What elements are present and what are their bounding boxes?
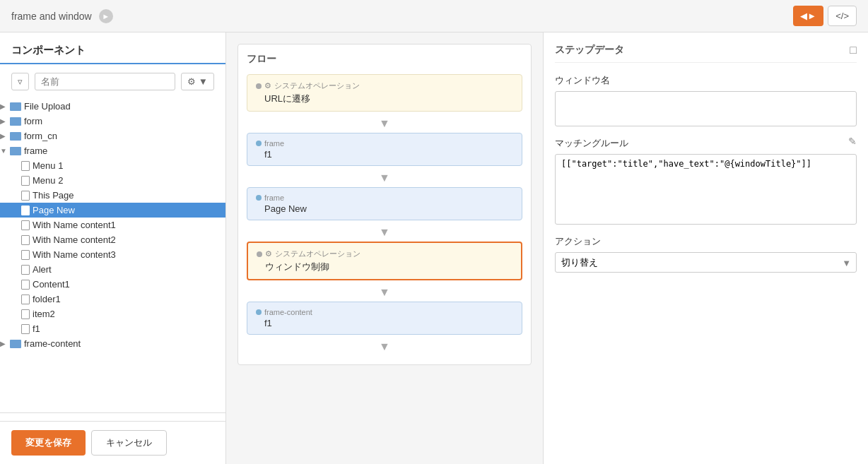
folder-icon	[10, 117, 21, 126]
tree-item-with-name-content1[interactable]: With Name content1	[0, 218, 225, 232]
navigate-icon[interactable]: ►	[99, 9, 113, 23]
flow-item-system-op-2[interactable]: ⚙ システムオペレーション ウィンドウ制御	[247, 242, 522, 280]
file-icon	[21, 265, 30, 275]
tree-label: Page New	[33, 205, 75, 215]
tree-item-form-cn[interactable]: ▶form_cn	[0, 129, 225, 143]
window-name-input[interactable]	[555, 91, 857, 126]
folder-icon	[10, 147, 21, 155]
top-bar-actions: ◀► </>	[793, 6, 857, 26]
tree-item-file-upload[interactable]: ▶File Upload	[0, 99, 225, 114]
tree-item-alert[interactable]: Alert	[0, 262, 225, 277]
horizontal-scrollbar[interactable]	[0, 412, 225, 421]
flow-item-name: ウィンドウ制御	[265, 261, 512, 273]
flow-item-frame-f1[interactable]: frame f1	[247, 133, 522, 166]
gear-icon: ⚙	[264, 81, 271, 90]
code-button[interactable]: </>	[828, 6, 857, 26]
arrow-icon: ▶	[0, 117, 10, 125]
plugin-button[interactable]: ◀►	[793, 6, 823, 26]
file-icon	[21, 161, 30, 171]
tree-item-page-new[interactable]: Page New	[0, 203, 225, 218]
tree-label: Content1	[33, 279, 70, 290]
tree-item-item2[interactable]: item2	[0, 307, 225, 321]
search-input[interactable]	[35, 73, 175, 90]
save-button[interactable]: 変更を保存	[11, 430, 86, 456]
flow-item-label: frame-content	[256, 308, 513, 316]
flow-item-frame-page-new[interactable]: frame Page New	[247, 187, 522, 220]
action-label: アクション	[555, 235, 857, 248]
tree-item-menu2[interactable]: Menu 2	[0, 173, 225, 188]
folder-icon	[10, 340, 21, 348]
tree-item-frame-content[interactable]: ▶frame-content	[0, 336, 225, 351]
flow-arrow: ▼	[247, 223, 522, 242]
top-bar: frame and window ► ◀► </>	[0, 0, 868, 32]
search-bar: ▿ ⚙ ▼	[0, 73, 225, 90]
flow-item-label: frame	[256, 139, 513, 148]
tree-label: Menu 2	[33, 175, 63, 186]
file-icon	[21, 295, 30, 304]
file-icon	[21, 206, 30, 215]
tree-label: With Name content2	[33, 234, 116, 245]
window-name-label: ウィンドウ名	[555, 74, 857, 87]
flow-item-name: Page New	[264, 203, 513, 214]
tree-item-form[interactable]: ▶form	[0, 114, 225, 129]
tree-label: frame-content	[24, 338, 81, 349]
tree-label: item2	[33, 309, 55, 319]
tree-item-folder1[interactable]: folder1	[0, 292, 225, 307]
file-icon	[21, 191, 30, 201]
tree-label: File Upload	[24, 101, 71, 112]
file-icon	[21, 220, 30, 230]
flow-title: フロー	[247, 53, 522, 66]
tree-item-f1[interactable]: f1	[0, 321, 225, 336]
filter-button[interactable]: ▿	[11, 73, 29, 90]
flow-arrow: ▼	[247, 283, 522, 302]
bottom-buttons: 変更を保存 キャンセル	[0, 421, 225, 464]
tree-label: With Name content3	[33, 249, 116, 260]
status-dot	[256, 309, 262, 315]
flow-arrow: ▼	[247, 169, 522, 187]
matching-rule-label: マッチングルール	[555, 137, 628, 150]
collapse-button[interactable]: □	[850, 44, 857, 56]
top-bar-title: frame and window	[11, 11, 92, 22]
panel-title: コンポーネント	[0, 44, 225, 64]
edit-icon[interactable]: ✎	[848, 136, 857, 147]
tree-item-with-name-content3[interactable]: With Name content3	[0, 247, 225, 262]
flow-items-container: ⚙ システムオペレーション URLに遷移 ▼ frame f1 ▼ frame …	[247, 74, 522, 356]
tree-label: With Name content1	[33, 220, 116, 230]
flow-item-name: URLに遷移	[264, 93, 513, 105]
flow-box: フロー ⚙ システムオペレーション URLに遷移 ▼ frame f1 ▼ fr…	[237, 44, 532, 365]
folder-icon	[10, 132, 21, 141]
file-icon	[21, 235, 30, 245]
flow-item-frame-content-f1[interactable]: frame-content f1	[247, 302, 522, 335]
tree-label: folder1	[33, 294, 61, 304]
status-dot	[256, 141, 262, 146]
file-icon	[21, 309, 30, 319]
cancel-button[interactable]: キャンセル	[91, 430, 167, 456]
tree-item-with-name-content2[interactable]: With Name content2	[0, 232, 225, 247]
matching-rule-row: マッチングルール ✎	[555, 129, 857, 154]
left-panel: コンポーネント ▿ ⚙ ▼ ▶File Upload▶form▶form_cn▼…	[0, 32, 226, 464]
flow-item-label: ⚙ システムオペレーション	[256, 81, 513, 91]
file-icon	[21, 250, 30, 260]
tree-label: Menu 1	[33, 160, 63, 171]
tree-label: form	[24, 116, 42, 126]
flow-item-system-op-1[interactable]: ⚙ システムオペレーション URLに遷移	[247, 74, 522, 112]
matching-rule-input[interactable]	[555, 154, 857, 225]
flow-arrow: ▼	[247, 338, 522, 356]
flow-item-name: f1	[264, 318, 513, 328]
center-panel: フロー ⚙ システムオペレーション URLに遷移 ▼ frame f1 ▼ fr…	[226, 32, 543, 464]
tree-item-this-page[interactable]: This Page	[0, 188, 225, 203]
tree-item-content1[interactable]: Content1	[0, 277, 225, 292]
status-dot	[257, 251, 262, 257]
flow-item-label: frame	[256, 194, 513, 202]
tree-item-menu1[interactable]: Menu 1	[0, 158, 225, 173]
status-dot	[256, 83, 262, 89]
flow-item-name: f1	[264, 149, 513, 160]
arrow-icon: ▼	[0, 147, 10, 155]
file-icon	[21, 280, 30, 290]
tree-item-frame[interactable]: ▼frame	[0, 143, 225, 158]
top-bar-left: frame and window ►	[11, 9, 113, 23]
action-select[interactable]: 切り替え閉じる最大化最小化	[555, 252, 857, 273]
right-panel: ステップデータ □ ウィンドウ名 マッチングルール ✎ アクション 切り替え閉じ…	[543, 32, 868, 464]
arrow-icon: ▶	[0, 340, 10, 347]
settings-button[interactable]: ⚙ ▼	[181, 73, 214, 90]
